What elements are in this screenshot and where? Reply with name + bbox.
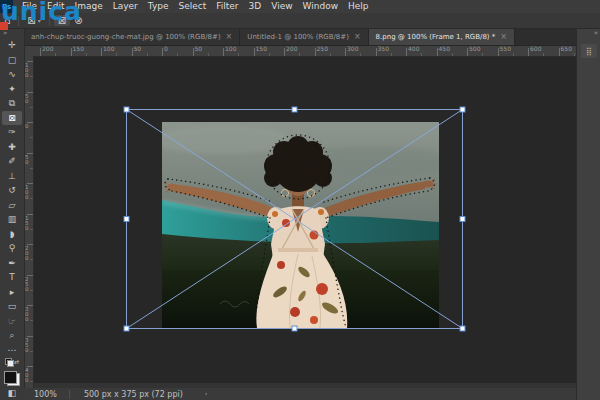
menu-item-window[interactable]: Window [298, 0, 344, 13]
ruler-label: 0 [164, 45, 168, 52]
object-selection-tool[interactable]: ✦ [2, 82, 22, 97]
menu-item-help[interactable]: Help [343, 0, 374, 13]
document-tab-3[interactable]: 8.png @ 100% (Frame 1, RGB/8) *× [369, 28, 515, 45]
transform-handle-mid-right[interactable] [460, 217, 465, 222]
ruler-label: 600 [530, 45, 541, 52]
eyedropper-tool[interactable]: ✑ [2, 125, 22, 140]
photoshop-logo[interactable]: Ps [0, 0, 13, 13]
ruler-tick-minor [452, 53, 453, 56]
history-brush-tool[interactable]: ↺ [2, 183, 22, 198]
ruler-tick [437, 48, 438, 56]
lasso-tool[interactable]: ∿ [2, 67, 22, 82]
gradient-tool[interactable]: ▥ [2, 212, 22, 227]
tool-bar: » ✛▢∿✦⧉⊠✑✚✐⊥↺▱▥◗⚲✒T▸▭☞⌕⋯ ⇄ ◧ [0, 28, 25, 400]
ruler-label: 500 [469, 45, 480, 52]
menu-bar: Ps FileEditImageLayerTypeSelectFilter3DV… [0, 0, 600, 13]
menu-item-type[interactable]: Type [143, 0, 174, 13]
ruler-tick-minor [421, 53, 422, 56]
dock-collapse-button[interactable]: » [594, 28, 600, 38]
ruler-tick [528, 48, 529, 56]
document-tab-bar: anh-chup-truoc-guong-che-mat.jpg @ 100% … [24, 28, 576, 46]
menu-item-image[interactable]: Image [70, 0, 108, 13]
edit-toolbar[interactable]: ⋯ [2, 343, 22, 358]
tab-label: 8.png @ 100% (Frame 1, RGB/8) * [376, 33, 496, 41]
swap-colors-icon[interactable]: ⇄ [14, 358, 19, 365]
ruler-label: 5 0 [25, 94, 29, 104]
zoom-tool[interactable]: ⌕ [2, 328, 22, 343]
ruler-label: 200 [42, 45, 53, 52]
ruler-tick-minor [177, 53, 178, 56]
eraser-tool[interactable]: ▱ [2, 198, 22, 213]
ruler-tick-minor [208, 53, 209, 56]
photo-8png-content[interactable] [162, 122, 439, 328]
hand-tool[interactable]: ☞ [2, 314, 22, 329]
foreground-color-swatch[interactable] [4, 371, 17, 384]
ruler-tick [193, 48, 194, 56]
ruler-tick [376, 48, 377, 56]
ruler-tick [40, 48, 41, 56]
frame-tool[interactable]: ⊠ [2, 111, 22, 126]
healing-brush-tool[interactable]: ✚ [2, 140, 22, 155]
default-colors-icon[interactable] [5, 358, 12, 365]
menu-item-filter[interactable]: Filter [211, 0, 243, 13]
pen-tool[interactable]: ✒ [2, 256, 22, 271]
menu-item-select[interactable]: Select [173, 0, 211, 13]
transform-handle-bottom-center[interactable] [292, 326, 297, 331]
dodge-tool[interactable]: ⚲ [2, 241, 22, 256]
tab-close-icon[interactable]: × [500, 32, 507, 41]
marquee-tool[interactable]: ▢ [2, 53, 22, 68]
ruler-label: 300 [347, 45, 358, 52]
chevron-down-icon: ▾ [38, 17, 41, 24]
transform-handle-bottom-right[interactable] [460, 326, 465, 331]
document-tab-1[interactable]: anh-chup-truoc-guong-che-mat.jpg @ 100% … [24, 28, 240, 45]
rectangle-tool[interactable]: ▭ [2, 299, 22, 314]
move-tool[interactable]: ✛ [2, 38, 22, 53]
clone-stamp-tool[interactable]: ⊥ [2, 169, 22, 184]
ruler-tick-minor [330, 53, 331, 56]
transform-handle-bottom-left[interactable] [124, 326, 129, 331]
ruler-tick-minor [391, 53, 392, 56]
transform-handle-top-left[interactable] [124, 107, 129, 112]
ruler-tick-minor [30, 198, 33, 199]
ruler-tick [345, 48, 346, 56]
transform-handle-top-right[interactable] [460, 107, 465, 112]
quick-mask-button[interactable]: ◧ [2, 386, 22, 400]
ruler-tick-minor [55, 53, 56, 56]
brush-tool[interactable]: ✐ [2, 154, 22, 169]
menu-item-layer[interactable]: Layer [108, 0, 143, 13]
collapsed-panel-icon[interactable]: ⣿ [581, 44, 597, 58]
menu-item-file[interactable]: File [17, 0, 42, 13]
transform-handle-mid-left[interactable] [124, 217, 129, 222]
ruler-label: 350 [378, 45, 389, 52]
ruler-label: 100 [103, 45, 114, 52]
blur-tool[interactable]: ◗ [2, 227, 22, 242]
menu-item-edit[interactable]: Edit [42, 0, 69, 13]
ruler-tick-minor [116, 53, 117, 56]
status-menu-arrow-icon[interactable]: › [191, 390, 208, 398]
type-tool[interactable]: T [2, 270, 22, 285]
tool-preset-picker[interactable]: ⊠ ▾ [23, 15, 44, 26]
zoom-level-field[interactable]: 100% [24, 390, 63, 399]
menu-item-3d[interactable]: 3D [244, 0, 267, 13]
tools: ✛▢∿✦⧉⊠✑✚✐⊥↺▱▥◗⚲✒T▸▭☞⌕⋯ [2, 38, 22, 357]
document-tab-2[interactable]: Untitled-1 @ 100% (RGB/8#)× [240, 28, 368, 45]
frame-tool-icon: ⊠ [27, 15, 35, 26]
divider [49, 16, 50, 26]
transform-handle-top-center[interactable] [292, 107, 297, 112]
menu-items: FileEditImageLayerTypeSelectFilter3DView… [17, 0, 374, 13]
ruler-label: 250 [317, 45, 328, 52]
ruler-tick-minor [147, 53, 148, 56]
photoshop-window: Ps FileEditImageLayerTypeSelectFilter3DV… [0, 0, 600, 400]
ruler-tick-minor [30, 229, 33, 230]
menu-item-view[interactable]: View [266, 0, 297, 13]
tab-close-icon[interactable]: × [354, 32, 361, 41]
ruler-label: 3 5 0 [25, 338, 29, 353]
tab-close-icon[interactable]: × [226, 32, 233, 41]
rectangular-frame-button[interactable]: ⊠ [54, 15, 70, 26]
ruler-label: 0 [25, 124, 29, 129]
crop-tool[interactable]: ⧉ [2, 96, 22, 111]
elliptical-frame-button[interactable]: ⊗ [70, 15, 86, 26]
ruler-label: 50 [195, 45, 203, 52]
document-size-info: 500 px x 375 px (72 ppi) [76, 390, 191, 399]
path-selection-tool[interactable]: ▸ [2, 285, 22, 300]
